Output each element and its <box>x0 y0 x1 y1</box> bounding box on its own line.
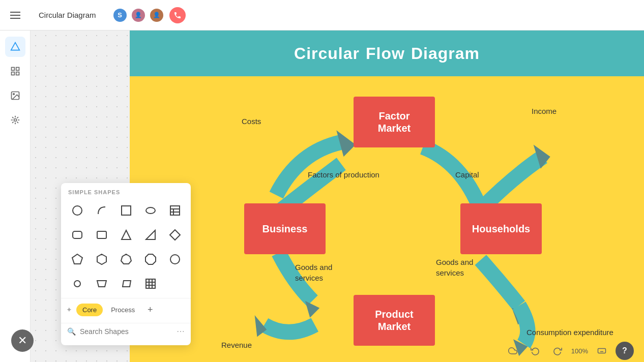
shape-triangle[interactable] <box>115 224 137 246</box>
svg-point-6 <box>13 94 14 95</box>
keyboard-icon[interactable] <box>593 342 610 359</box>
shape-table[interactable] <box>164 199 186 222</box>
shape-rect-rounded-sm[interactable] <box>91 224 113 246</box>
svg-rect-4 <box>16 72 19 75</box>
svg-marker-14 <box>255 315 267 337</box>
shape-pin-icon: ✦ <box>66 306 72 314</box>
svg-marker-26 <box>122 230 131 239</box>
goods-services-left-label: Goods andservices <box>295 262 332 283</box>
shape-heptagon[interactable] <box>115 248 137 270</box>
svg-point-7 <box>14 119 16 122</box>
svg-rect-24 <box>73 231 82 238</box>
menu-button[interactable] <box>0 0 31 31</box>
consumption-label: Consumption expenditure <box>526 328 613 337</box>
svg-marker-30 <box>97 254 106 264</box>
svg-marker-29 <box>72 254 82 264</box>
svg-marker-35 <box>97 281 106 287</box>
product-market-box[interactable]: ProductMarket <box>354 295 435 346</box>
shape-pentagon[interactable] <box>66 248 89 270</box>
svg-rect-18 <box>122 206 131 215</box>
factors-production-label: Factors of production <box>308 170 379 179</box>
diagram-body[interactable]: FactorMarket Households ProductMarket Bu… <box>130 76 644 362</box>
header-word-circular: Circular <box>294 44 360 63</box>
svg-marker-31 <box>121 254 131 264</box>
svg-marker-13 <box>305 301 319 318</box>
svg-marker-0 <box>11 43 19 50</box>
shape-square[interactable] <box>115 199 137 222</box>
svg-marker-28 <box>170 230 180 240</box>
search-icon: 🔍 <box>67 327 76 336</box>
tab-process[interactable]: Process <box>105 304 141 316</box>
canvas-area[interactable]: Circular Flow Diagram <box>31 31 644 362</box>
hamburger-icon <box>10 12 20 19</box>
sidebar-grid-icon[interactable] <box>5 61 25 81</box>
header-word-flow: Flow <box>366 44 405 63</box>
shape-ellipse[interactable] <box>139 199 162 222</box>
households-box[interactable]: Households <box>460 203 542 254</box>
households-label: Households <box>472 223 530 235</box>
svg-marker-15 <box>512 308 526 325</box>
header-word-diagram: Diagram <box>411 44 480 63</box>
tab-core[interactable]: Core <box>76 304 103 316</box>
sidebar-shapes-icon[interactable] <box>5 37 25 57</box>
shape-grid[interactable] <box>139 273 162 295</box>
svg-point-34 <box>74 281 80 287</box>
svg-point-17 <box>73 206 82 215</box>
svg-rect-2 <box>16 68 19 71</box>
avatar-1: 👤 <box>131 8 146 23</box>
left-sidebar <box>0 31 31 362</box>
svg-marker-36 <box>123 281 131 287</box>
shape-hexagon[interactable] <box>91 248 113 270</box>
avatar-s: S <box>112 8 128 23</box>
shape-trapezoid[interactable] <box>91 273 113 295</box>
svg-rect-20 <box>170 206 180 215</box>
costs-label: Costs <box>242 117 261 126</box>
shape-rounded-rect[interactable] <box>66 224 89 246</box>
collaborator-avatars: S 👤 👤 <box>112 7 186 23</box>
svg-marker-12 <box>534 145 550 169</box>
svg-point-19 <box>146 207 155 214</box>
svg-rect-1 <box>11 68 14 71</box>
svg-rect-3 <box>11 72 14 75</box>
tab-add-button[interactable]: + <box>143 303 157 317</box>
business-label: Business <box>262 223 308 235</box>
shape-circle2[interactable] <box>164 248 186 270</box>
capital-label: Capital <box>455 170 479 179</box>
goods-services-right-label: Goods andservices <box>436 257 473 278</box>
shapes-grid <box>61 199 191 295</box>
svg-rect-25 <box>97 231 106 238</box>
factor-market-box[interactable]: FactorMarket <box>354 97 435 147</box>
more-options-icon[interactable]: ⋯ <box>177 326 185 336</box>
shape-right-triangle[interactable] <box>139 224 162 246</box>
redo-icon[interactable] <box>549 342 566 359</box>
document-title[interactable]: Circular Diagram <box>31 11 104 19</box>
shapes-panel-header: SIMPLE SHAPES <box>61 183 191 199</box>
topbar: Circular Diagram S 👤 👤 <box>0 0 644 31</box>
svg-point-33 <box>170 255 180 264</box>
shape-parallelogram[interactable] <box>115 273 137 295</box>
svg-rect-37 <box>146 279 155 288</box>
shape-tabs: ✦ Core Process + <box>61 298 191 321</box>
income-label: Income <box>532 107 557 115</box>
close-panel-button[interactable]: ✕ <box>11 329 34 352</box>
shape-octagon[interactable] <box>139 248 162 270</box>
diagram-header: Circular Flow Diagram <box>130 31 644 76</box>
help-button[interactable]: ? <box>616 342 634 360</box>
shape-circle[interactable] <box>66 199 89 222</box>
undo-icon[interactable] <box>526 342 544 359</box>
svg-marker-27 <box>146 230 155 239</box>
shape-circle-sm[interactable] <box>66 273 89 295</box>
search-bar: 🔍 ⋯ <box>61 323 191 339</box>
cloud-icon[interactable] <box>504 342 521 359</box>
revenue-label: Revenue <box>221 341 252 349</box>
sidebar-shapes2-icon[interactable] <box>5 110 25 130</box>
search-input[interactable] <box>80 327 172 336</box>
shape-arc[interactable] <box>91 199 113 222</box>
svg-marker-32 <box>145 254 156 264</box>
call-button[interactable] <box>169 7 186 23</box>
sidebar-image-icon[interactable] <box>5 85 25 106</box>
diagram: Circular Flow Diagram <box>130 31 644 362</box>
shape-diamond[interactable] <box>164 224 186 246</box>
business-box[interactable]: Business <box>244 203 326 254</box>
product-market-label: ProductMarket <box>375 308 414 333</box>
